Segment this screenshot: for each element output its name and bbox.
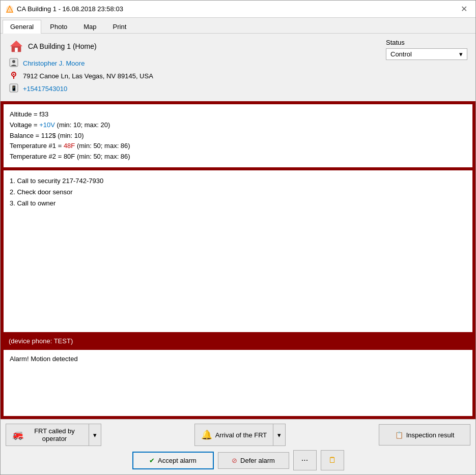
address-row: 7912 Canoe Ln, Las Vegas, NV 89145, USA [9, 71, 376, 81]
info-section: CA Building 1 (Home) Christopher J. Moor… [1, 34, 475, 101]
title-bar-left: ! CA Building 1 - 16.08.2018 23:58:03 [6, 5, 123, 13]
frt-called-label: FRT called by operator [26, 427, 82, 442]
arrival-frt-main[interactable]: 🔔 Arrival of the FRT [195, 424, 273, 446]
device-phone-bar: (device phone: TEST) [4, 335, 472, 347]
arrival-icon: 🔔 [201, 429, 212, 440]
title-bar: ! CA Building 1 - 16.08.2018 23:58:03 ✕ [1, 1, 475, 18]
instruction-3: 3. Call to owner [10, 198, 466, 209]
home-icon [9, 39, 24, 54]
main-window: ! CA Building 1 - 16.08.2018 23:58:03 ✕ … [0, 0, 476, 475]
status-label: Status [386, 39, 467, 46]
phone-number[interactable]: +15417543010 [23, 85, 67, 93]
accept-alarm-button[interactable]: ✔ Accept alarm [132, 452, 214, 469]
svg-point-9 [13, 74, 15, 75]
note-icon: 🗒 [328, 456, 337, 465]
dropdown-arrow-icon: ▾ [459, 50, 463, 58]
phone-row: 📱 +15417543010 [9, 83, 376, 94]
bottom-action-row: ✔ Accept alarm ⊘ Defer alarm ··· 🗒 [6, 450, 470, 470]
location-icon [9, 71, 19, 81]
checkmark-icon: ✔ [149, 457, 155, 464]
main-content: CA Building 1 (Home) Christopher J. Moor… [1, 34, 475, 474]
instructions-box: 1. Call to security 217-742-7930 2. Chec… [4, 170, 472, 332]
device-phone-text: (device phone: TEST) [9, 337, 73, 345]
arrival-frt-arrow[interactable]: ▾ [273, 424, 285, 446]
more-icon: ··· [301, 456, 308, 465]
svg-point-7 [12, 60, 15, 63]
frt-called-button[interactable]: 🚒 FRT called by operator ▾ [6, 424, 101, 446]
bottom-bar: 🚒 FRT called by operator ▾ 🔔 Arrival of … [1, 419, 475, 474]
inspection-icon: 📋 [395, 431, 403, 439]
arrival-frt-label: Arrival of the FRT [215, 431, 267, 439]
instruction-1: 1. Call to security 217-742-7930 [10, 175, 466, 187]
frt-called-arrow[interactable]: ▾ [89, 424, 101, 446]
sensor-data-box: Altitude = f33 Voltage = +10V (min: 10; … [4, 104, 472, 167]
tab-map[interactable]: Map [76, 20, 104, 33]
temp1-line: Temperature #1 = 48F (min: 50; max: 86) [10, 141, 466, 152]
clock-icon: ⊘ [232, 457, 237, 464]
owner-name[interactable]: Christopher J. Moore [23, 60, 85, 67]
action-buttons-row: 🚒 FRT called by operator ▾ 🔔 Arrival of … [6, 424, 470, 446]
dark-red-area: Altitude = f33 Voltage = +10V (min: 10; … [1, 101, 475, 419]
tab-photo[interactable]: Photo [42, 20, 75, 33]
close-button[interactable]: ✕ [458, 4, 470, 14]
info-left: CA Building 1 (Home) Christopher J. Moor… [9, 39, 376, 96]
alarm-message: Alarm! Motion detected [10, 355, 78, 363]
person-icon [9, 58, 19, 69]
owner-row: Christopher J. Moore [9, 58, 376, 69]
defer-alarm-label: Defer alarm [240, 457, 275, 464]
tab-bar: General Photo Map Print [1, 18, 475, 34]
arrival-frt-button[interactable]: 🔔 Arrival of the FRT ▾ [194, 424, 286, 446]
svg-rect-5 [15, 48, 18, 52]
building-name: CA Building 1 (Home) [28, 42, 97, 50]
arrival-arrow-icon: ▾ [277, 431, 281, 439]
status-dropdown[interactable]: Control ▾ [386, 48, 467, 60]
balance-line: Balance = 112$ (min: 10) [10, 131, 466, 141]
frt-arrow-icon: ▾ [93, 431, 97, 439]
tab-print[interactable]: Print [105, 20, 134, 33]
accept-alarm-label: Accept alarm [158, 457, 197, 464]
inspection-result-button[interactable]: 📋 Inspection result [379, 424, 470, 446]
frt-called-main[interactable]: 🚒 FRT called by operator [6, 424, 89, 446]
temp2-line: Temperature #2 = 80F (min: 50; max: 86) [10, 152, 466, 162]
altitude-line: Altitude = f33 [10, 109, 466, 120]
tab-general[interactable]: General [3, 20, 41, 34]
svg-text:!: ! [9, 8, 10, 13]
instruction-2: 2. Check door sensor [10, 187, 466, 198]
voltage-line: Voltage = +10V (min: 10; max: 20) [10, 120, 466, 131]
phone-icon: 📱 [9, 83, 19, 94]
alarm-box: Alarm! Motion detected [4, 350, 472, 416]
app-icon: ! [6, 5, 14, 13]
defer-alarm-button[interactable]: ⊘ Defer alarm [218, 452, 289, 469]
svg-marker-4 [10, 41, 22, 46]
building-name-row: CA Building 1 (Home) [9, 39, 376, 54]
status-value: Control [390, 50, 412, 58]
more-button[interactable]: ··· [293, 450, 317, 470]
status-section: Status Control ▾ [386, 39, 467, 60]
frt-icon: 🚒 [12, 429, 23, 440]
svg-text:📱: 📱 [11, 85, 17, 92]
inspection-result-label: Inspection result [406, 431, 455, 439]
address: 7912 Canoe Ln, Las Vegas, NV 89145, USA [23, 72, 153, 80]
window-title: CA Building 1 - 16.08.2018 23:58:03 [17, 5, 123, 13]
note-button[interactable]: 🗒 [321, 450, 344, 470]
